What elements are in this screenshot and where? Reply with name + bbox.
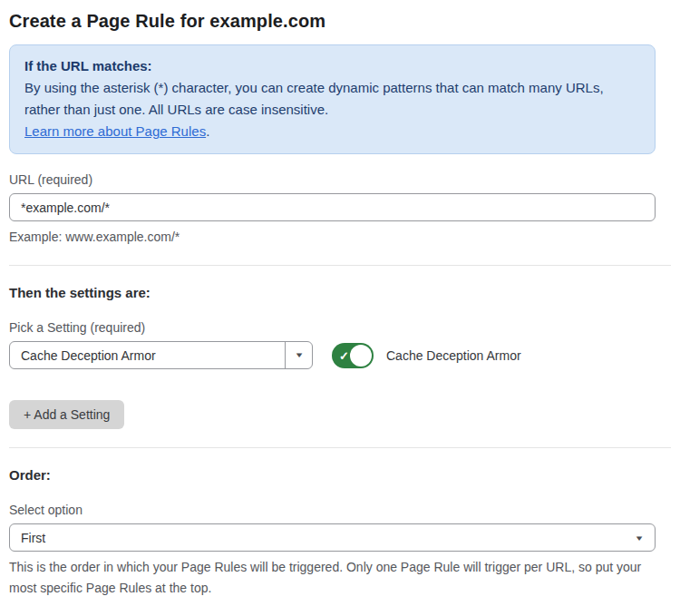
chevron-down-icon: ▼ (294, 351, 304, 359)
setting-toggle[interactable]: ✓ (332, 343, 374, 368)
order-select-value: First (21, 531, 45, 545)
add-setting-button[interactable]: + Add a Setting (9, 400, 124, 429)
toggle-knob (350, 345, 372, 367)
learn-more-link[interactable]: Learn more about Page Rules (24, 123, 206, 139)
chevron-down-icon: ▼ (634, 533, 644, 542)
url-input[interactable] (9, 193, 656, 221)
setting-select-value: Cache Deception Armor (10, 342, 285, 368)
order-section-heading: Order: (9, 467, 656, 483)
url-field-label: URL (required) (9, 172, 656, 187)
info-box-body-text: By using the asterisk (*) character, you… (24, 80, 604, 117)
order-helper-text: This is the order in which your Page Rul… (9, 557, 656, 599)
divider (9, 265, 671, 266)
info-box-link-line: Learn more about Page Rules. (24, 121, 634, 142)
create-page-rule-form: Create a Page Rule for example.com If th… (0, 0, 680, 616)
info-box-body: By using the asterisk (*) character, you… (24, 77, 634, 121)
order-select-label: Select option (9, 503, 656, 517)
url-match-info-box: If the URL matches: By using the asteris… (9, 44, 656, 154)
page-title: Create a Page Rule for example.com (9, 11, 656, 32)
url-field-helper: Example: www.example.com/* (9, 228, 656, 247)
link-suffix: . (206, 123, 209, 139)
setting-select-caret-button[interactable]: ▼ (285, 342, 312, 368)
divider (9, 447, 671, 448)
setting-toggle-label: Cache Deception Armor (386, 348, 521, 363)
toggle-check-icon: ✓ (339, 348, 349, 362)
order-select[interactable]: First ▼ (9, 523, 656, 552)
pick-setting-label: Pick a Setting (required) (9, 320, 656, 335)
info-box-heading: If the URL matches: (24, 55, 640, 77)
setting-select[interactable]: Cache Deception Armor ▼ (9, 341, 313, 369)
settings-section-heading: Then the settings are: (9, 285, 656, 300)
setting-row: Cache Deception Armor ▼ ✓ Cache Deceptio… (9, 341, 656, 369)
